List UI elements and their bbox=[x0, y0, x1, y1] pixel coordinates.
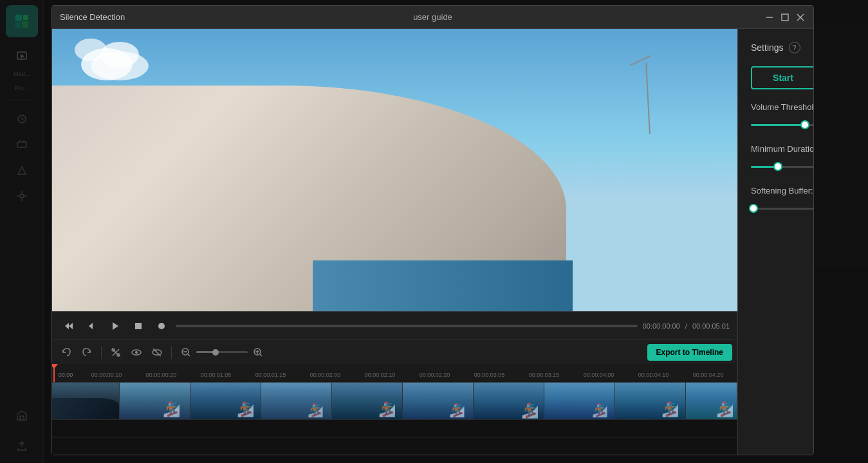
ruler-mark: 00:00:04:00 bbox=[571, 372, 626, 378]
video-scene bbox=[52, 29, 737, 311]
duration-thumb bbox=[773, 162, 782, 171]
svg-marker-24 bbox=[69, 323, 73, 329]
ruler-marks: 00:00 00:00:00:10 00:00:00:20 00:00:01:0… bbox=[52, 364, 737, 379]
zoom-thumb bbox=[212, 349, 219, 356]
dialog-body: 00:00:00:00 / 00:00:05:01 bbox=[52, 29, 813, 455]
thumbnail-3: 🏂 bbox=[190, 383, 261, 419]
settings-header: Settings ? bbox=[751, 42, 813, 53]
zoom-controls bbox=[177, 343, 267, 361]
ruler-mark: 00:00:04:10 bbox=[626, 372, 681, 378]
progress-bar[interactable] bbox=[176, 325, 638, 327]
thumbnail-5: 🏂 bbox=[332, 383, 403, 419]
thumbnail-4: 🏂 bbox=[261, 383, 332, 419]
toolbar-separator-1 bbox=[101, 346, 102, 359]
start-button[interactable]: Start bbox=[751, 66, 813, 89]
time-total: 00:00:05:01 bbox=[692, 322, 730, 330]
figure-icon-3: 🏂 bbox=[308, 403, 324, 418]
figure-icon-4: 🏂 bbox=[378, 401, 396, 418]
volume-threshold-label: Volume Threshold: bbox=[751, 102, 813, 112]
ruler-mark: 00:00:03:05 bbox=[462, 372, 517, 378]
bottom-toolbar: Export to Timeline bbox=[52, 340, 737, 364]
softening-buffer-label: Softening Buffer: bbox=[751, 186, 813, 195]
play-button[interactable] bbox=[106, 317, 124, 335]
minimize-button[interactable] bbox=[764, 12, 775, 23]
svg-marker-26 bbox=[113, 322, 118, 330]
dialog-window-controls bbox=[764, 12, 806, 23]
help-icon-label: ? bbox=[793, 44, 797, 51]
softening-buffer-group: Softening Buffer: 0.1 s bbox=[751, 186, 813, 215]
volume-thumb bbox=[800, 120, 809, 129]
duration-track bbox=[751, 166, 813, 168]
close-button[interactable] bbox=[795, 12, 806, 23]
skip-back-button[interactable] bbox=[60, 317, 78, 335]
thumbnail-7: 🏂 bbox=[474, 383, 544, 419]
thumbnails-track: 🏂 🏂 🏂 🏂 🏂 bbox=[52, 382, 737, 419]
waveform-svg bbox=[52, 420, 737, 455]
waveform-area bbox=[52, 419, 737, 455]
pole-arm bbox=[630, 55, 651, 66]
svg-point-28 bbox=[158, 323, 165, 329]
ruler-mark: 00:00:02:10 bbox=[353, 372, 407, 378]
pole bbox=[645, 63, 651, 134]
settings-title: Settings bbox=[751, 42, 784, 53]
figure-icon-8: 🏂 bbox=[661, 401, 679, 418]
video-frame bbox=[52, 29, 737, 311]
blue-accent bbox=[313, 260, 573, 311]
thumbnail-10: 🏂 bbox=[686, 383, 737, 419]
ruler-mark: 00:00:00:20 bbox=[134, 372, 189, 378]
minimum-duration-label: Minimum Duration: bbox=[751, 144, 813, 154]
svg-marker-25 bbox=[89, 323, 93, 329]
hide-button[interactable] bbox=[148, 343, 166, 361]
svg-point-34 bbox=[135, 351, 138, 354]
settings-panel: Settings ? Start Volume Threshold: bbox=[737, 29, 813, 455]
dialog-center-title: user guide bbox=[413, 12, 452, 22]
help-icon-button[interactable]: ? bbox=[789, 42, 800, 53]
dialog-title: Silence Detection bbox=[60, 12, 125, 22]
svg-line-39 bbox=[188, 354, 190, 356]
timeline-strip: 00:00 00:00:00:10 00:00:00:20 00:00:01:0… bbox=[52, 364, 737, 455]
zoom-slider[interactable] bbox=[196, 351, 248, 353]
redo-button[interactable] bbox=[78, 343, 96, 361]
softening-buffer-slider[interactable] bbox=[751, 202, 813, 215]
volume-threshold-slider[interactable] bbox=[751, 118, 813, 131]
figure-icon: 🏂 bbox=[163, 401, 180, 418]
playhead-head bbox=[52, 364, 58, 369]
export-to-timeline-button[interactable]: Export to Timeline bbox=[647, 344, 732, 361]
softening-track bbox=[751, 208, 813, 210]
playhead-button[interactable] bbox=[152, 317, 171, 335]
volume-threshold-group: Volume Threshold: 44 % bbox=[751, 102, 813, 131]
undo-button[interactable] bbox=[57, 343, 75, 361]
figure-icon-5: 🏂 bbox=[449, 403, 465, 418]
volume-track bbox=[751, 124, 813, 126]
time-separator: / bbox=[685, 322, 687, 330]
dialog-titlebar: Silence Detection user guide bbox=[52, 6, 813, 29]
toolbar-separator-2 bbox=[171, 346, 172, 359]
maximize-button[interactable] bbox=[780, 12, 790, 23]
stop-button[interactable] bbox=[129, 317, 147, 335]
ruler-mark: 00:00:01:05 bbox=[189, 372, 243, 378]
zoom-in-button[interactable] bbox=[249, 343, 267, 361]
figure-icon-2: 🏂 bbox=[237, 401, 254, 418]
visibility-button[interactable] bbox=[127, 343, 145, 361]
thumbnail-1 bbox=[52, 383, 120, 419]
volume-threshold-slider-row: 44 % bbox=[751, 118, 813, 131]
minimum-duration-slider-row: 0.5 s bbox=[751, 160, 813, 173]
volume-fill bbox=[751, 124, 805, 126]
zoom-out-button[interactable] bbox=[177, 343, 195, 361]
cut-button[interactable] bbox=[107, 343, 125, 361]
ruler-mark: 00:00:01:15 bbox=[243, 372, 298, 378]
thumbnail-8: 🏂 bbox=[544, 383, 615, 419]
ruler-mark: 00:00:04:20 bbox=[681, 372, 735, 378]
svg-rect-20 bbox=[782, 14, 788, 21]
frame-back-button[interactable] bbox=[83, 317, 101, 335]
minimum-duration-slider[interactable] bbox=[751, 160, 813, 173]
thumbnail-2: 🏂 bbox=[120, 383, 190, 419]
video-controls-bar: 00:00:00:00 / 00:00:05:01 bbox=[52, 311, 737, 340]
softening-buffer-slider-row: 0.1 s bbox=[751, 202, 813, 215]
thumbnail-6: 🏂 bbox=[403, 383, 474, 419]
silence-detection-dialog: Silence Detection user guide bbox=[51, 5, 814, 455]
svg-marker-23 bbox=[65, 323, 69, 329]
timeline-ruler: 00:00 00:00:00:10 00:00:00:20 00:00:01:0… bbox=[52, 364, 737, 382]
ruler-mark: 00:00:02:20 bbox=[407, 372, 462, 378]
video-preview-area: 00:00:00:00 / 00:00:05:01 bbox=[52, 29, 737, 455]
